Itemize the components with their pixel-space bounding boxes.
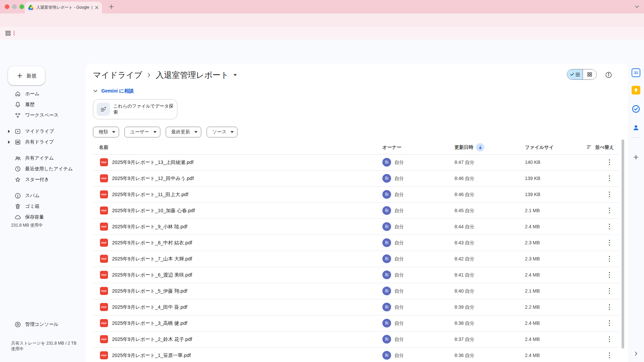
owner-cell: 自分 [394,202,404,219]
table-header: 名前 オーナー 更新日時 ファイルサイ 並べ替え [93,140,619,155]
filter-source[interactable]: ソース [207,127,238,137]
modified-cell: 8:44 自分 [454,219,474,235]
pdf-icon: PDF [100,303,108,311]
owner-avatar: 和 [382,319,391,327]
table-row[interactable]: PDF 2025年9月レポート_3_高橋 健.pdf 和 自分 8:38 自分 … [93,315,619,331]
size-cell: 2.1 MB [525,283,540,299]
new-tab-button[interactable] [109,4,114,9]
table-row[interactable]: PDF 2025年9月レポート_2_鈴木 花子.pdf 和 自分 8:37 自分… [93,331,619,348]
new-button[interactable]: 新規 [8,66,45,85]
size-cell: 2.3 MB [525,251,540,267]
filter-people[interactable]: ユーザー [124,127,160,137]
size-cell: 139 KB [525,170,540,186]
row-menu-icon[interactable] [604,350,615,361]
filter-type[interactable]: 種類 [93,127,119,137]
column-size[interactable]: ファイルサイ [525,140,554,154]
storage-used-text: 231.8 MB 使用中 [11,223,43,228]
column-modified[interactable]: 更新日時 [454,140,473,154]
row-menu-icon[interactable] [604,318,615,328]
file-name: 2025年9月レポート_9_小林 陸.pdf [112,219,187,235]
sidebar-item-admin-console[interactable]: 管理コンソール [4,319,82,330]
breadcrumb-my-drive[interactable]: マイドライブ [93,70,142,80]
sidebar-item-workspaces[interactable]: ワークスペース [4,110,82,121]
row-menu-icon[interactable] [604,302,615,312]
column-owner[interactable]: オーナー [382,140,401,154]
bookmark-pin[interactable] [13,31,15,36]
view-toggle[interactable] [567,69,597,80]
tab-search-chevron-icon[interactable] [635,5,639,8]
check-icon [570,72,574,76]
row-menu-icon[interactable] [604,286,615,296]
expand-caret-icon[interactable] [8,140,10,144]
row-menu-icon[interactable] [604,157,615,168]
explore-data-card[interactable]: これらのファイルでデータ探索 [93,99,177,119]
get-add-ons-icon[interactable] [632,153,640,162]
row-menu-icon[interactable] [604,189,615,200]
column-name[interactable]: 名前 [99,140,108,154]
minimize-window-button[interactable] [12,4,17,9]
sidebar-item-storage[interactable]: 保存容量 [4,212,82,223]
calendar-icon[interactable]: 31 [632,68,640,77]
cloud-icon [14,214,21,221]
zoom-window-button[interactable] [19,4,24,9]
details-info-icon[interactable] [603,70,613,80]
home-icon [14,90,21,97]
close-window-button[interactable] [5,4,9,9]
filter-chips: 種類 ユーザー 最終更新 ソース [93,127,237,137]
browser-tab[interactable]: 入退室管理レポート - Google ド [25,2,102,13]
table-row[interactable]: PDF 2025年9月レポート_9_小林 陸.pdf 和 自分 8:44 自分 … [93,219,619,235]
tasks-icon[interactable] [632,105,640,113]
sidebar-item-home[interactable]: ホーム [4,88,82,99]
sort-direction-badge[interactable] [476,143,484,152]
size-cell: 139 KB [525,186,540,202]
row-menu-icon[interactable] [604,221,615,232]
table-row[interactable]: PDF 2025年9月レポート_8_中村 結衣.pdf 和 自分 8:43 自分… [93,235,619,251]
admin-console-icon [14,321,21,328]
owner-avatar: 和 [382,303,391,311]
row-menu-icon[interactable] [604,269,615,280]
sidebar-item-starred[interactable]: スター付き [4,174,82,185]
folder-menu-caret-icon[interactable] [233,74,237,76]
sort-icon [586,144,592,150]
filter-modified[interactable]: 最終更新 [166,127,201,137]
table-row[interactable]: PDF 2025年9月レポート_6_渡辺 美咲.pdf 和 自分 8:41 自分… [93,267,619,283]
modified-cell: 8:47 自分 [454,154,474,170]
row-menu-icon[interactable] [604,173,615,184]
show-side-panel-chevron-icon[interactable] [632,349,640,358]
list-view-button[interactable] [567,69,583,79]
size-cell: 2.1 MB [525,202,540,219]
table-row[interactable]: PDF 2025年9月レポート_11_田上大.pdf 和 自分 8:46 自分 … [93,186,619,203]
row-menu-icon[interactable] [604,334,615,345]
list-scrollbar[interactable] [622,139,624,349]
table-row[interactable]: PDF 2025年9月レポート_1_笹原一華.pdf 和 自分 8:36 自分 … [93,347,619,362]
keep-icon[interactable] [632,86,640,95]
apps-shortcut-icon[interactable] [5,31,11,36]
row-menu-icon[interactable] [604,253,615,264]
sidebar-item-recent[interactable]: 最近使用したアイテム [4,164,82,174]
expand-caret-icon[interactable] [8,130,10,133]
table-row[interactable]: PDF 2025年9月レポート_7_山本 大輝.pdf 和 自分 8:42 自分… [93,251,619,267]
table-row[interactable]: PDF 2025年9月レポート_10_加藤 心春.pdf 和 自分 8:45 自… [93,202,619,219]
table-row[interactable]: PDF 2025年9月レポート_5_伊藤 翔.pdf 和 自分 8:40 自分 … [93,283,619,299]
list-icon [576,72,580,77]
table-row[interactable]: PDF 2025年9月レポート_12_田中みう.pdf 和 自分 8:46 自分… [93,170,619,187]
breadcrumb-current-folder[interactable]: 入退室管理レポート [156,70,229,80]
row-menu-icon[interactable] [604,237,615,248]
sidebar-item-shared-with-me[interactable]: 共有アイテム [4,153,82,164]
sort-by-label[interactable]: 並べ替え [595,140,614,154]
contacts-icon[interactable] [632,123,640,132]
row-menu-icon[interactable] [604,205,615,216]
table-row[interactable]: PDF 2025年9月レポート_4_田中 葵.pdf 和 自分 8:39 自分 … [93,299,619,315]
pdf-icon: PDF [100,174,108,182]
ask-gemini-link[interactable]: Gemini に相談 [93,88,134,94]
sidebar-item-trash[interactable]: ゴミ箱 [4,201,82,212]
sidebar-item-spam[interactable]: スパム [4,190,82,201]
grid-view-button[interactable] [583,69,596,79]
arrow-down-icon [478,145,483,150]
sidebar-item-my-drive[interactable]: マイドライブ [4,126,82,137]
sidebar-item-shared-drives[interactable]: 共有ドライブ [4,137,82,147]
table-row[interactable]: PDF 2025年9月レポート_13_上田綾瀬.pdf 和 自分 8:47 自分… [93,154,619,171]
sidebar-item-activity[interactable]: 履歴 [4,99,82,110]
breadcrumb: マイドライブ 入退室管理レポート [93,68,237,82]
tab-close-icon[interactable] [95,6,99,9]
